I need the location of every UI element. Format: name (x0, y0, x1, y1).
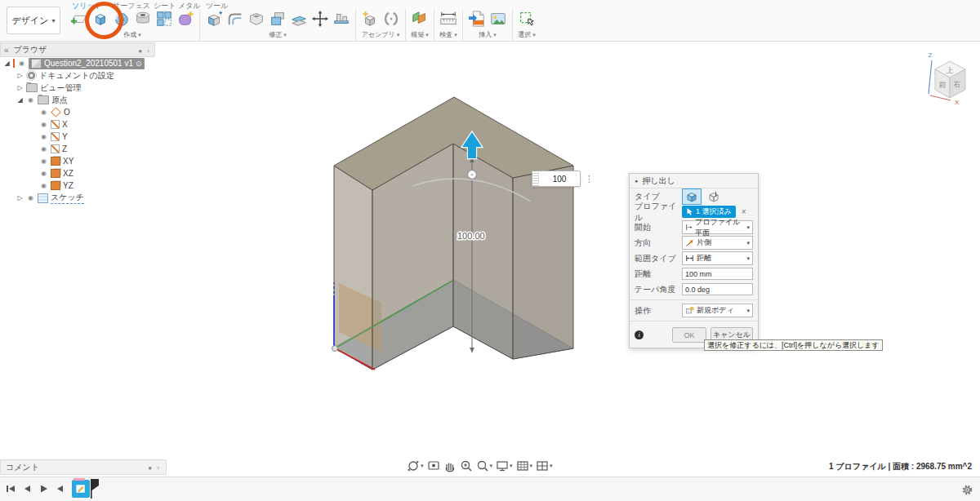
select-button[interactable] (516, 8, 537, 29)
status-profile-info: 1 プロファイル | 面積 : 2968.75 mm^2 (829, 461, 972, 472)
pan-button[interactable] (443, 459, 457, 473)
group-label-assemble[interactable]: アセンブリ (362, 30, 399, 39)
tree-row-sketches[interactable]: ▷ スケッチ (16, 192, 155, 204)
pattern-button[interactable] (154, 8, 175, 29)
move-button[interactable] (310, 8, 331, 29)
activate-component-radio[interactable] (136, 60, 142, 68)
drag-grip-icon[interactable] (532, 171, 539, 186)
timeline-position-marker[interactable] (90, 478, 100, 499)
comment-options-icon[interactable] (148, 463, 161, 472)
collapse-panel-icon[interactable] (4, 46, 14, 55)
tree-row-plane-xy[interactable]: XY (39, 155, 155, 167)
extrude-dialog-header[interactable]: 押し出し (630, 174, 758, 188)
step-back-button[interactable] (21, 483, 33, 494)
look-at-button[interactable] (426, 459, 441, 473)
origin-point[interactable] (332, 346, 338, 352)
clear-selection-icon[interactable]: × (742, 207, 746, 216)
comment-bar[interactable]: コメント (0, 459, 167, 475)
new-component-button[interactable] (359, 8, 381, 29)
start-dropdown[interactable]: プロファイル平面 (682, 220, 753, 234)
visibility-eye-icon[interactable] (17, 60, 26, 67)
tree-row-plane-yz[interactable]: YZ (39, 180, 155, 192)
construct-plane-button[interactable] (409, 8, 430, 29)
group-label-insert[interactable]: 挿入 (479, 30, 496, 39)
tree-row-plane-xz[interactable]: XZ (39, 167, 155, 180)
group-label-select[interactable]: 選択 (518, 30, 535, 39)
expand-arrow-icon[interactable]: ◢ (16, 96, 24, 104)
collapsed-arrow-icon[interactable]: ▷ (16, 72, 24, 79)
tree-row-doc-settings[interactable]: ▷ ドキュメントの設定 (16, 69, 155, 82)
visibility-eye-icon[interactable] (39, 109, 48, 116)
shell-button[interactable] (246, 8, 267, 29)
direction-dropdown[interactable]: 片側 (682, 236, 753, 250)
group-label-modify[interactable]: 修正 (269, 30, 286, 39)
document-node-selected[interactable]: Question2_20210501 v1 (29, 58, 145, 69)
expand-arrow-icon[interactable]: ◢ (3, 60, 11, 67)
tree-row-named-views[interactable]: ▷ ビュー管理 (16, 82, 155, 94)
body-face-left[interactable] (334, 166, 372, 370)
design-menu-label: デザイン (11, 15, 48, 27)
tree-row-origin[interactable]: ◢ 原点 (16, 94, 155, 106)
visibility-eye-icon[interactable] (39, 157, 48, 165)
insert-svg-button[interactable] (466, 8, 488, 29)
insert-image-button[interactable] (488, 8, 509, 29)
timeline-settings-gear[interactable] (961, 484, 973, 499)
step-forward-button[interactable] (54, 483, 65, 494)
body-face-front-right[interactable] (453, 144, 513, 359)
fillet-button[interactable] (225, 8, 246, 29)
press-pull-icon (205, 10, 223, 28)
distance-value-input[interactable] (539, 174, 580, 184)
kebab-menu-icon[interactable]: ⋮ (585, 175, 594, 183)
info-icon[interactable] (635, 330, 644, 339)
visibility-eye-icon[interactable] (26, 194, 35, 202)
viewcube[interactable]: 上 前 右 Z X (929, 51, 965, 106)
collapsed-arrow-icon[interactable]: ▷ (16, 194, 24, 202)
visibility-eye-icon[interactable] (39, 145, 48, 153)
fit-button[interactable] (475, 459, 494, 473)
tree-row-axis-x[interactable]: X (39, 118, 155, 131)
orbit-button[interactable] (406, 459, 425, 473)
body-face-right[interactable] (513, 166, 573, 359)
tree-row-document[interactable]: ◢ Question2_20210501 v1 (3, 57, 155, 69)
joint-button[interactable] (381, 8, 402, 29)
group-label-create[interactable]: 作成 (123, 30, 140, 39)
extent-type-dropdown[interactable]: 距離 (682, 251, 753, 265)
visibility-eye-icon[interactable] (39, 170, 48, 177)
tree-row-origin-o[interactable]: O (39, 106, 155, 118)
settings-gear-icon (26, 70, 37, 81)
form-button[interactable] (175, 8, 196, 29)
dialog-row-start: 開始 プロファイル平面 (630, 219, 758, 235)
hole-button[interactable] (132, 8, 154, 29)
zoom-button[interactable] (459, 459, 474, 473)
tree-row-axis-z[interactable]: Z (39, 143, 155, 155)
align-button[interactable] (331, 8, 352, 29)
type-extrude-button[interactable] (682, 188, 702, 205)
offset-face-button[interactable] (288, 8, 310, 29)
collapsed-arrow-icon[interactable]: ▷ (16, 84, 24, 91)
ok-button[interactable]: OK (672, 327, 706, 343)
taper-angle-input[interactable] (682, 283, 753, 295)
visibility-eye-icon[interactable] (39, 133, 48, 140)
viewcube-z-axis (929, 60, 932, 94)
measure-button[interactable] (438, 8, 459, 29)
type-thin-extrude-button[interactable] (704, 188, 724, 205)
display-settings-button[interactable] (495, 459, 514, 473)
press-pull-button[interactable] (203, 8, 225, 29)
viewports-button[interactable] (535, 459, 554, 473)
design-menu-button[interactable]: デザイン (7, 7, 60, 34)
operation-dropdown[interactable]: 新規ボディ (682, 304, 753, 317)
play-button[interactable] (38, 483, 49, 494)
browser-panel-header[interactable]: ブラウザ (0, 42, 155, 57)
tree-row-axis-y[interactable]: Y (39, 131, 155, 143)
grid-snap-button[interactable] (515, 459, 534, 473)
distance-input[interactable] (682, 268, 753, 280)
panel-options-icon[interactable] (138, 46, 151, 55)
visibility-eye-icon[interactable] (39, 182, 48, 189)
go-to-start-button[interactable] (5, 483, 16, 494)
combine-button[interactable] (267, 8, 288, 29)
timeline-sketch-feature[interactable] (72, 480, 90, 498)
group-label-construct[interactable]: 構築 (411, 30, 428, 39)
visibility-eye-icon[interactable] (26, 96, 35, 104)
group-label-inspect[interactable]: 検査 (439, 30, 457, 39)
visibility-eye-icon[interactable] (39, 121, 48, 128)
